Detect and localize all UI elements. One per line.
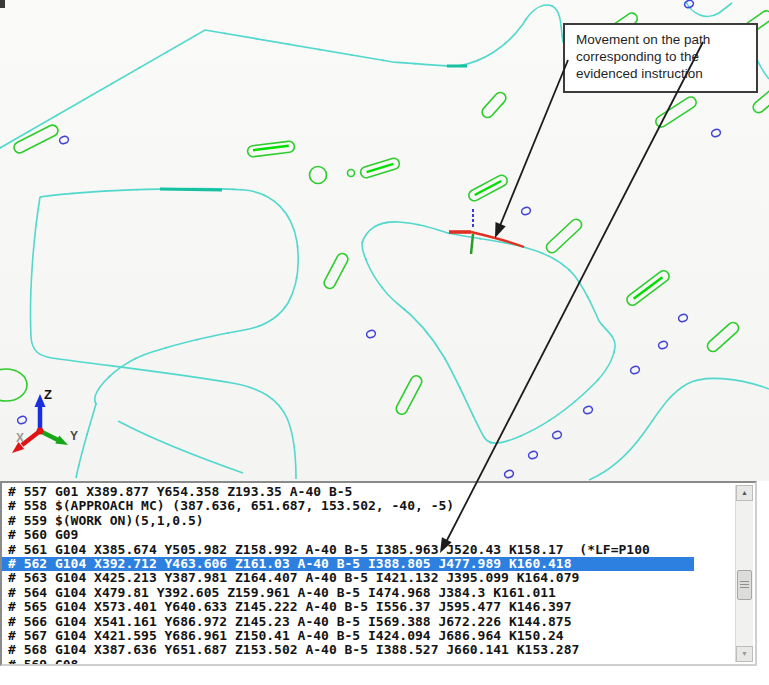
corner-artifact (0, 0, 5, 8)
code-line[interactable]: # 560 G09 (2, 528, 736, 542)
axis-z-label: Z (44, 387, 52, 402)
axis-x-label: X (16, 431, 24, 445)
code-panel[interactable]: # 557 G01 X389.877 Y654.358 Z193.35 A-40… (0, 481, 757, 666)
code-line[interactable]: # 569 G08 (2, 658, 736, 664)
scroll-up-button[interactable]: ▲ (736, 485, 753, 501)
annotation-box: Movement on the path corresponding to th… (563, 23, 758, 93)
scroll-thumb[interactable] (737, 570, 752, 600)
code-line[interactable]: # 557 G01 X389.877 Y654.358 Z193.35 A-40… (2, 485, 736, 499)
annotation-line: Movement on the path (576, 31, 756, 48)
code-line[interactable]: # 565 G104 X573.401 Y640.633 Z145.222 A-… (2, 600, 736, 614)
code-line[interactable]: # 567 G104 X421.595 Y686.961 Z150.41 A-4… (2, 629, 736, 643)
code-listing: # 557 G01 X389.877 Y654.358 Z193.35 A-40… (2, 483, 736, 664)
code-line[interactable]: # 563 G104 X425.213 Y387.981 Z164.407 A-… (2, 571, 736, 585)
code-line[interactable]: # 558 $(APPROACH MC) (387.636, 651.687, … (2, 499, 736, 513)
code-line[interactable]: # 566 G104 X541.161 Y686.972 Z145.23 A-4… (2, 615, 736, 629)
scroll-down-icon: ▼ (741, 650, 748, 657)
code-line[interactable]: # 559 $(WORK ON)(5,1,0.5) (2, 514, 736, 528)
scroll-up-icon: ▲ (741, 489, 748, 496)
code-line-highlighted[interactable]: # 562 G104 X392.712 Y463.606 Z161.03 A-4… (2, 557, 694, 571)
code-scrollbar[interactable]: ▲ ▼ (735, 485, 753, 662)
code-line[interactable]: # 564 G104 X479.81 Y392.605 Z159.961 A-4… (2, 586, 736, 600)
annotation-line: evidenced instruction (576, 65, 756, 82)
annotation-line: corresponding to the (576, 48, 756, 65)
axis-y-label: Y (70, 429, 78, 443)
code-line[interactable]: # 561 G104 X385.674 Y505.982 Z158.992 A-… (2, 543, 736, 557)
scroll-down-button[interactable]: ▼ (736, 646, 753, 662)
code-line[interactable]: # 568 G104 X387.636 Y651.687 Z153.502 A-… (2, 643, 736, 657)
cam-software-screen: Z Y X Movement on the path corresponding… (0, 0, 769, 685)
